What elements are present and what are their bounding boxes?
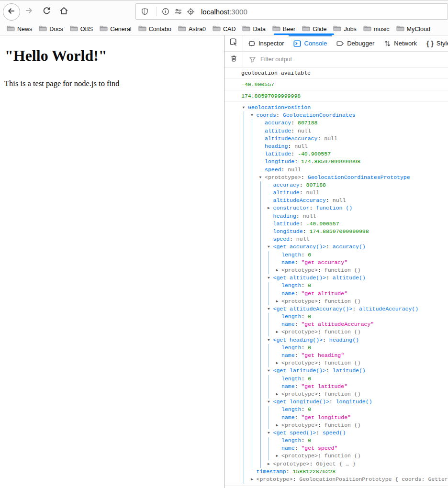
folder-icon <box>7 25 15 33</box>
bookmark-mycloud[interactable]: MyCloud <box>396 25 430 33</box>
colon: : <box>309 205 316 211</box>
colon: : <box>300 182 306 188</box>
colon: : <box>295 290 302 297</box>
tab-debugger[interactable]: Debugger <box>332 35 379 51</box>
expand-arrow-icon[interactable]: ▶ <box>275 421 280 429</box>
bookmark-jobs[interactable]: Jobs <box>333 25 356 33</box>
collapse-arrow-icon[interactable]: ▼ <box>250 111 255 119</box>
tab-network[interactable]: Network <box>379 35 422 51</box>
colon: : <box>318 329 325 335</box>
bookmark-data[interactable]: Data <box>242 25 265 33</box>
property-name: altitude <box>265 128 291 134</box>
property-name: length <box>281 313 301 320</box>
collapse-arrow-icon[interactable]: ▼ <box>267 367 271 375</box>
home-button[interactable] <box>57 6 70 17</box>
bookmark-drop-indicator <box>274 33 334 35</box>
bookmark-docs[interactable]: Docs <box>39 25 63 33</box>
devtools-tab-bar: InspectorConsoleDebuggerNetwork{ }Style … <box>224 35 448 52</box>
property-name: <get altitudeAccuracy()> <box>273 306 353 312</box>
colon: : <box>318 360 325 366</box>
element-picker-button[interactable] <box>224 35 243 51</box>
property-value: "get altitudeAccuracy" <box>301 321 374 327</box>
tab-console[interactable]: Console <box>289 35 332 51</box>
tab-label: Style Editor <box>437 40 448 47</box>
property-name: accuracy <box>273 182 300 188</box>
collapse-arrow-icon[interactable]: ▼ <box>267 305 271 313</box>
property-name: speed <box>265 166 281 173</box>
folder-icon <box>333 25 341 33</box>
tree-guide-line <box>252 119 252 468</box>
url-bar[interactable]: localhost:3000 <box>135 3 448 20</box>
tab-label: Debugger <box>347 40 374 47</box>
folder-icon <box>363 25 371 33</box>
bookmark-contabo[interactable]: Contabo <box>138 25 171 33</box>
colon: : <box>295 321 302 327</box>
collapse-arrow-icon[interactable]: ▼ <box>267 398 271 406</box>
bookmark-music[interactable]: music <box>363 25 390 33</box>
expand-arrow-icon[interactable]: ▶ <box>275 328 280 336</box>
permissions-sliders-icon[interactable] <box>173 7 183 16</box>
console-tree-row: name: "get heading" <box>224 352 448 359</box>
expand-arrow-icon[interactable]: ▶ <box>275 359 280 367</box>
back-button[interactable] <box>3 3 20 21</box>
property-name: length <box>281 437 301 444</box>
tab-label: Network <box>394 40 417 47</box>
expand-arrow-icon[interactable]: ▶ <box>267 460 271 468</box>
expand-arrow-icon[interactable]: ▶ <box>275 452 280 460</box>
tree-guide-line <box>269 437 269 461</box>
expand-arrow-icon[interactable]: ▶ <box>250 476 255 483</box>
console-tree-row: length: 0 <box>224 344 448 352</box>
bookmark-cad[interactable]: CAD <box>213 25 235 33</box>
console-tree-row: timestamp: 1588122876228 <box>224 468 448 476</box>
property-value: 0 <box>308 437 311 444</box>
property-value: null <box>294 143 308 149</box>
tab-inspector[interactable]: Inspector <box>243 35 289 51</box>
tracking-shield-icon[interactable] <box>140 7 149 16</box>
expand-arrow-icon[interactable]: ▶ <box>275 266 280 274</box>
property-value: GeolocationPositionPrototype { coords: G… <box>299 476 448 482</box>
urlbar-separator <box>157 7 157 16</box>
bookmark-label: News <box>17 26 32 33</box>
tree-guide-line <box>269 406 269 430</box>
expand-arrow-icon[interactable]: ▶ <box>275 298 280 305</box>
bookmark-beer[interactable]: Beer <box>272 25 295 33</box>
url-text: localhost:3000 <box>201 8 247 16</box>
bookmark-news[interactable]: News <box>7 25 32 33</box>
collapse-arrow-icon[interactable]: ▼ <box>258 174 263 181</box>
bookmark-glide[interactable]: Glide <box>302 25 326 33</box>
collapse-arrow-icon[interactable]: ▼ <box>267 243 271 251</box>
property-name: length <box>281 282 301 288</box>
property-name: coords <box>257 112 276 118</box>
bookmark-astra0[interactable]: Astra0 <box>178 25 206 33</box>
property-name: <get accuracy()> <box>273 244 326 250</box>
property-value: longitude() <box>336 399 372 405</box>
filter-output-input[interactable] <box>259 55 448 63</box>
bookmark-general[interactable]: General <box>100 25 131 33</box>
collapse-arrow-icon[interactable]: ▼ <box>267 336 271 344</box>
collapse-arrow-icon[interactable]: ▼ <box>267 274 271 282</box>
tab-styleeditor[interactable]: { }Style Editor <box>422 35 448 51</box>
geolocation-target-icon[interactable] <box>186 7 195 16</box>
console-tree-row: ▶<prototype>: function () <box>224 359 448 367</box>
console-message: 174.88597099999998 <box>224 90 448 102</box>
property-value: "get accuracy" <box>301 259 347 266</box>
console-tree-row: ▼<get speed()>: speed() <box>224 429 448 437</box>
forward-button[interactable] <box>22 6 35 17</box>
expand-arrow-icon[interactable]: ▶ <box>275 390 280 398</box>
property-name: <prototype> <box>265 174 301 180</box>
console-tree-row: ▼coords: GeolocationCoordinates <box>224 111 448 119</box>
bookmark-obs[interactable]: OBS <box>70 25 93 33</box>
property-value: function () <box>316 205 352 211</box>
expand-arrow-icon[interactable]: ▶ <box>267 204 271 212</box>
property-name: name <box>281 383 295 389</box>
collapse-arrow-icon[interactable]: ▼ <box>267 429 271 437</box>
property-value: function () <box>325 391 361 397</box>
clear-console-button[interactable] <box>224 52 243 67</box>
reload-button[interactable] <box>40 6 53 17</box>
console-tree-row: length: 0 <box>224 375 448 383</box>
tree-guide-line <box>269 344 269 367</box>
console-tree-row: ▼<get latitude()>: latitude() <box>224 367 448 375</box>
property-name: <get longitude()> <box>273 399 329 405</box>
info-circle-icon[interactable] <box>161 7 170 16</box>
collapse-arrow-icon[interactable]: ▼ <box>241 104 246 111</box>
